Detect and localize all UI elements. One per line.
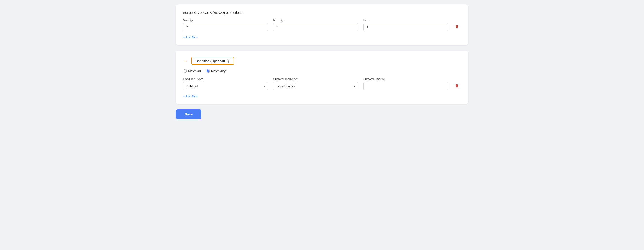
condition-type-select-wrapper: Subtotal Quantity Weight ▾ <box>183 82 268 90</box>
condition-title-text: Condition (Optional) <box>196 59 225 63</box>
bogo-fields-row: Min Qty: Max Qty: Free: 🗑 <box>183 19 461 32</box>
subtotal-should-be-label: Subtotal should be: <box>273 77 358 81</box>
match-any-label[interactable]: Match Any <box>206 69 226 73</box>
match-any-text: Match Any <box>211 69 226 73</box>
condition-arrow-icon: → <box>183 58 188 64</box>
condition-title-box: Condition (Optional) ℹ <box>192 57 234 65</box>
match-radio-group: Match All Match Any <box>183 69 461 73</box>
condition-type-select[interactable]: Subtotal Quantity Weight <box>183 82 268 90</box>
bogo-trash-icon: 🗑 <box>455 25 459 29</box>
min-qty-group: Min Qty: <box>183 19 268 32</box>
max-qty-group: Max Qty: <box>273 19 358 32</box>
free-group: Free: <box>364 19 448 32</box>
condition-info-icon[interactable]: ℹ <box>226 59 230 63</box>
condition-title-wrapper: → Condition (Optional) ℹ <box>183 57 461 65</box>
bogo-card: Set up Buy X Get X (BOGO) promotions: Mi… <box>176 5 468 45</box>
condition-fields-row: Condition Type: Subtotal Quantity Weight… <box>183 77 461 90</box>
match-all-text: Match All <box>188 69 201 73</box>
bogo-add-new-button[interactable]: + Add New <box>183 36 198 39</box>
subtotal-should-be-select-wrapper: Less then (<) Greater than (>) Equal to … <box>273 82 358 90</box>
bogo-add-new-label: + Add New <box>183 36 198 39</box>
match-all-radio[interactable] <box>183 69 186 73</box>
free-input[interactable] <box>364 23 448 32</box>
bogo-delete-button[interactable]: 🗑 <box>454 23 461 31</box>
condition-delete-button[interactable]: 🗑 <box>454 82 461 90</box>
free-label: Free: <box>364 19 448 22</box>
condition-add-new-button[interactable]: + Add New <box>183 94 198 98</box>
subtotal-amount-label: Subtotal Amount: <box>364 77 448 81</box>
condition-trash-icon: 🗑 <box>455 84 459 88</box>
condition-type-group: Condition Type: Subtotal Quantity Weight… <box>183 77 268 90</box>
save-button[interactable]: Save <box>176 110 202 119</box>
condition-add-new-label: + Add New <box>183 94 198 98</box>
condition-card: → Condition (Optional) ℹ Match All Match… <box>176 51 468 104</box>
subtotal-amount-input[interactable] <box>364 82 448 90</box>
subtotal-should-be-select[interactable]: Less then (<) Greater than (>) Equal to … <box>273 82 358 90</box>
subtotal-amount-group: Subtotal Amount: <box>364 77 448 90</box>
match-any-radio[interactable] <box>206 69 210 73</box>
condition-type-label: Condition Type: <box>183 77 268 81</box>
bogo-title: Set up Buy X Get X (BOGO) promotions: <box>183 11 461 15</box>
max-qty-input[interactable] <box>273 23 358 32</box>
max-qty-label: Max Qty: <box>273 19 358 22</box>
subtotal-should-be-group: Subtotal should be: Less then (<) Greate… <box>273 77 358 90</box>
min-qty-label: Min Qty: <box>183 19 268 22</box>
match-all-label[interactable]: Match All <box>183 69 201 73</box>
min-qty-input[interactable] <box>183 23 268 32</box>
